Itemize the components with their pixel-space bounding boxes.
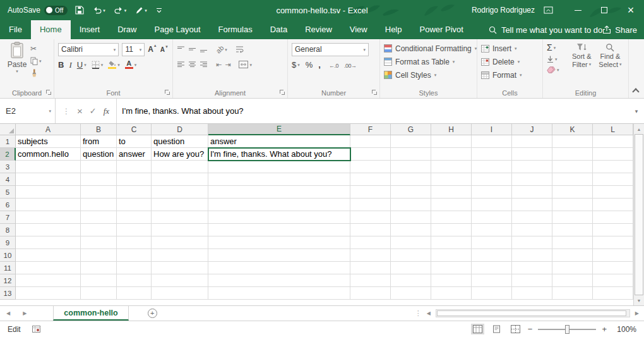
- cell-H1[interactable]: [431, 135, 472, 148]
- cell-L2[interactable]: [593, 148, 633, 161]
- cell-C4[interactable]: [117, 173, 152, 186]
- cell-B11[interactable]: [81, 262, 117, 274]
- ribbon-tab-data[interactable]: Data: [261, 20, 296, 39]
- cell-F7[interactable]: [350, 211, 391, 224]
- page-break-preview-button[interactable]: [509, 324, 522, 334]
- cell-E7[interactable]: [208, 211, 350, 224]
- zoom-thumb[interactable]: [565, 325, 569, 334]
- cell-E10[interactable]: [208, 249, 350, 262]
- cell-A7[interactable]: [16, 211, 81, 224]
- share-button[interactable]: Share: [602, 20, 637, 39]
- cell-B5[interactable]: [81, 186, 117, 199]
- cell-E4[interactable]: [208, 173, 350, 186]
- wrap-text-button[interactable]: [236, 46, 244, 53]
- cell-D11[interactable]: [152, 262, 208, 274]
- cell-G4[interactable]: [391, 173, 431, 186]
- expand-formula-bar-button[interactable]: ▾: [629, 99, 644, 123]
- cell-C10[interactable]: [117, 249, 152, 262]
- cell-K10[interactable]: [552, 249, 593, 262]
- cell-K9[interactable]: [552, 236, 593, 249]
- name-box[interactable]: E2 ▾: [0, 99, 56, 123]
- cell-H4[interactable]: [431, 173, 472, 186]
- minimize-button[interactable]: [564, 0, 591, 20]
- cell-L10[interactable]: [593, 249, 633, 262]
- ribbon-tab-review[interactable]: Review: [296, 20, 341, 39]
- cell-I4[interactable]: [472, 173, 512, 186]
- copy-button[interactable]: ▾: [30, 57, 42, 65]
- cell-L13[interactable]: [593, 287, 633, 300]
- cell-G6[interactable]: [391, 199, 431, 211]
- cell-A3[interactable]: [16, 161, 81, 173]
- cell-F11[interactable]: [350, 262, 391, 274]
- cell-G5[interactable]: [391, 186, 431, 199]
- cell-K8[interactable]: [552, 224, 593, 236]
- cell-A1[interactable]: subjects: [16, 135, 81, 148]
- cell-F2[interactable]: [350, 148, 391, 161]
- cell-E12[interactable]: [208, 274, 350, 287]
- autosave-pill[interactable]: Off: [44, 6, 68, 15]
- cell-J5[interactable]: [512, 186, 552, 199]
- delete-cells-button[interactable]: Delete ▾: [481, 55, 539, 68]
- cell-J4[interactable]: [512, 173, 552, 186]
- cancel-button[interactable]: ×: [77, 106, 83, 116]
- cell-H11[interactable]: [431, 262, 472, 274]
- tell-me-box[interactable]: Tell me what you want to do: [489, 20, 602, 39]
- cell-H10[interactable]: [431, 249, 472, 262]
- vertical-scroll-thumb[interactable]: [635, 134, 643, 295]
- cell-C3[interactable]: [117, 161, 152, 173]
- column-header-I[interactable]: I: [472, 124, 512, 135]
- font-size-combo[interactable]: 11 ▾: [122, 43, 145, 56]
- cell-F8[interactable]: [350, 224, 391, 236]
- cell-E13[interactable]: [208, 287, 350, 300]
- cell-C12[interactable]: [117, 274, 152, 287]
- cell-C6[interactable]: [117, 199, 152, 211]
- bold-button[interactable]: B: [58, 61, 64, 69]
- format-painter-button[interactable]: [30, 69, 42, 77]
- ribbon-tab-home[interactable]: Home: [31, 20, 71, 39]
- cell-D5[interactable]: [152, 186, 208, 199]
- cell-D7[interactable]: [152, 211, 208, 224]
- cell-K6[interactable]: [552, 199, 593, 211]
- cell-F1[interactable]: [350, 135, 391, 148]
- cell-K2[interactable]: [552, 148, 593, 161]
- previous-sheet-arrow[interactable]: ◀: [6, 310, 10, 316]
- cell-G12[interactable]: [391, 274, 431, 287]
- next-sheet-arrow[interactable]: ▶: [23, 310, 27, 316]
- decrease-indent-button[interactable]: ⇤: [216, 61, 222, 69]
- cell-I2[interactable]: [472, 148, 512, 161]
- cell-D8[interactable]: [152, 224, 208, 236]
- maximize-button[interactable]: [591, 0, 617, 20]
- cell-J1[interactable]: [512, 135, 552, 148]
- inking-button[interactable]: ▾: [134, 6, 148, 15]
- row-header-3[interactable]: 3: [0, 161, 16, 173]
- cell-D6[interactable]: [152, 199, 208, 211]
- cell-B10[interactable]: [81, 249, 117, 262]
- cell-E1[interactable]: answer: [208, 135, 350, 148]
- redo-button[interactable]: ▾: [113, 6, 128, 14]
- cell-G8[interactable]: [391, 224, 431, 236]
- cell-I1[interactable]: [472, 135, 512, 148]
- cell-A2[interactable]: common.hello: [16, 148, 81, 161]
- user-name[interactable]: Rodrigo Rodriguez: [472, 6, 535, 15]
- cell-G11[interactable]: [391, 262, 431, 274]
- cell-J8[interactable]: [512, 224, 552, 236]
- row-header-11[interactable]: 11: [0, 262, 16, 274]
- cell-L7[interactable]: [593, 211, 633, 224]
- cell-G9[interactable]: [391, 236, 431, 249]
- cell-I13[interactable]: [472, 287, 512, 300]
- cell-E6[interactable]: [208, 199, 350, 211]
- cell-J2[interactable]: [512, 148, 552, 161]
- font-name-combo[interactable]: Calibri ▾: [58, 43, 119, 56]
- cell-F6[interactable]: [350, 199, 391, 211]
- cell-F9[interactable]: [350, 236, 391, 249]
- cell-B1[interactable]: from: [81, 135, 117, 148]
- number-dialog-launcher[interactable]: [372, 90, 378, 95]
- find-select-button[interactable]: Find & Select ▾: [596, 42, 624, 73]
- cell-I5[interactable]: [472, 186, 512, 199]
- fill-button[interactable]: ▾: [547, 56, 568, 63]
- decrease-decimal-button[interactable]: .00→: [344, 59, 357, 70]
- cell-D13[interactable]: [152, 287, 208, 300]
- cell-C9[interactable]: [117, 236, 152, 249]
- normal-view-button[interactable]: [471, 324, 484, 334]
- cell-J13[interactable]: [512, 287, 552, 300]
